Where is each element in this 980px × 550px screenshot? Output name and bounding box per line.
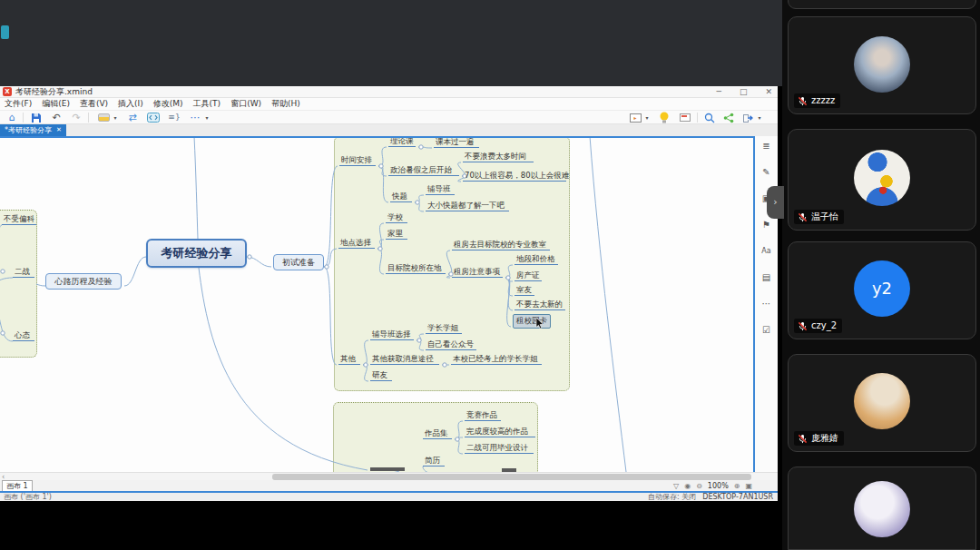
mindmap-node-langfei[interactable]: 不要浪费太多时间 <box>463 152 534 162</box>
mindmap-node-lilunke[interactable]: 理论课 <box>388 136 416 147</box>
participant-tile[interactable]: 庞雅婧 <box>788 354 976 452</box>
export-caret-icon[interactable]: ▾ <box>758 114 760 121</box>
more-caret-icon[interactable]: ▾ <box>205 114 208 121</box>
mindmap-node-chushi[interactable]: 初试准备 <box>273 254 324 270</box>
sheet-tab-bar: 画布 1 ▽ ◉ ⊖ 100% ⊕ ▣ <box>0 480 778 491</box>
fit-window-icon[interactable]: ▣ <box>745 482 752 490</box>
mindmap-node-zuopinji[interactable]: 作品集 <box>423 428 452 439</box>
comment-icon[interactable]: ⋯ <box>755 294 778 314</box>
panel-button[interactable] <box>678 111 692 124</box>
filter-icon[interactable]: ▽ <box>673 482 679 490</box>
mindmap-node-keben[interactable]: 课本过一遍 <box>434 137 479 148</box>
mindmap-node-jingsai[interactable]: 竞赛作品 <box>465 410 501 421</box>
mindmap-connectors <box>0 138 753 472</box>
outline-icon[interactable]: ▤ <box>755 268 778 288</box>
mindmap-node-xuexiao[interactable]: 学校 <box>386 212 407 223</box>
summary-button[interactable] <box>145 111 162 124</box>
mindmap-node-mubiao[interactable]: 目标院校所在地 <box>386 263 446 274</box>
brush-icon[interactable]: ✎ <box>755 162 778 182</box>
mindmap-node-gzh[interactable]: 自己看公众号 <box>426 339 476 350</box>
zoom-percentage: 100% <box>708 482 729 490</box>
mindmap-node-yanyou[interactable]: 研友 <box>370 370 392 381</box>
undo-icon[interactable]: ↶ <box>52 111 60 124</box>
document-tab[interactable]: *考研经验分享 ✕ <box>0 124 66 136</box>
zoom-in-icon[interactable]: ⊕ <box>734 482 740 490</box>
mindmap-node-fangchan[interactable]: 房产证 <box>514 270 542 281</box>
scrollbar-thumb[interactable] <box>272 474 751 480</box>
mindmap-node-jianli[interactable]: 简历 <box>423 456 445 467</box>
horizontal-scrollbar[interactable]: ‹ <box>0 472 778 480</box>
panel-expand-handle[interactable]: › <box>767 186 784 219</box>
mindmap-node-wancheng[interactable]: 完成度较高的作品 <box>465 427 535 437</box>
menu-item-3[interactable]: 插入(I) <box>118 98 143 110</box>
export-button[interactable] <box>740 111 755 124</box>
menu-item-4[interactable]: 修改(M) <box>153 98 183 110</box>
home-icon[interactable]: ⌂ <box>9 111 15 124</box>
present-caret-icon[interactable]: ▾ <box>645 114 648 121</box>
mindmap-node-daxiao[interactable]: 大小快题都了解一下吧 <box>426 201 509 211</box>
mindmap-node-zuka[interactable]: 租校园卡 <box>513 314 551 329</box>
mindmap-node-fudaoxuan[interactable]: 辅导班选择 <box>370 329 414 340</box>
menu-item-5[interactable]: 工具(T) <box>193 98 221 110</box>
window-title: 考研经验分享.xmind <box>15 86 93 98</box>
title-bar: X 考研经验分享.xmind ─ □ ✕ <box>0 86 778 98</box>
participant-tile[interactable] <box>788 467 976 550</box>
mindmap-node-xinlu[interactable]: 心路历程及经验 <box>45 273 122 290</box>
menu-item-1[interactable]: 编辑(E) <box>42 98 70 110</box>
mindmap-node-erzhan[interactable]: 二战 <box>13 267 34 278</box>
mindmap-canvas[interactable]: 考研经验分享心路历程及经验初试准备不受偏科二战心态时间安排理论课课本过一遍政治暑… <box>0 136 755 472</box>
present-button[interactable]: ▸ <box>628 111 642 124</box>
menu-item-6[interactable]: 窗口(W) <box>230 98 261 110</box>
mindmap-node-fenshu[interactable]: 70以上很容易，80以上会很难 <box>463 171 566 182</box>
maximize-button[interactable]: □ <box>740 86 748 98</box>
mindmap-node-xintai[interactable]: 心态 <box>13 330 34 341</box>
mindmap-node-shiyou[interactable]: 室友 <box>514 285 534 296</box>
minimize-button[interactable]: ─ <box>717 86 721 98</box>
participant-tile[interactable]: 温子怡 <box>788 129 976 231</box>
task-icon[interactable]: ☑ <box>755 320 778 340</box>
panel-icon <box>680 113 691 122</box>
mindmap-node-jiali[interactable]: 家里 <box>386 229 407 240</box>
mindmap-node-buxin[interactable]: 不要去太新的 <box>514 300 565 310</box>
save-button[interactable] <box>29 111 44 124</box>
mindmap-node-benxiao[interactable]: 本校已经考上的学长学姐 <box>451 354 542 365</box>
mindmap-node-didian[interactable]: 地点选择 <box>338 238 375 249</box>
close-button[interactable]: ✕ <box>765 86 772 98</box>
share-button[interactable] <box>721 111 736 124</box>
mindmap-node-bupian[interactable]: 不受偏科 <box>2 214 36 225</box>
mindmap-node-xuezhang[interactable]: 学长学姐 <box>426 323 462 334</box>
mindmap-node-shijian[interactable]: 时间安排 <box>339 155 376 166</box>
outline-brace-icon[interactable]: ≡} <box>168 111 180 124</box>
search-button[interactable] <box>702 111 717 124</box>
participant-tile[interactable]: y2 czy_2 <box>788 241 976 339</box>
marker-button[interactable] <box>96 111 111 124</box>
zoom-out-icon[interactable]: ⊖ <box>696 482 702 490</box>
participant-tile[interactable]: zzzzz <box>788 16 976 114</box>
mindmap-node-huoqu[interactable]: 其他获取消息途径 <box>370 354 439 365</box>
mindmap-node-qita[interactable]: 其他 <box>338 354 360 365</box>
menu-item-2[interactable]: 查看(V) <box>80 98 108 110</box>
mindmap-node-bishe[interactable]: 二战可用毕业设计 <box>465 443 534 454</box>
mindmap-node-zufang[interactable]: 租房去目标院校的专业教室 <box>452 240 550 250</box>
mindmap-node-dijia[interactable]: 地段和价格 <box>514 254 558 265</box>
mindmap-node-fudaoban[interactable]: 辅导班 <box>426 184 455 195</box>
marker-caret-icon[interactable]: ▾ <box>113 114 116 121</box>
mindmap-node-kuaiti[interactable]: 快题 <box>390 192 412 202</box>
sheet-tab[interactable]: 画布 1 <box>2 480 33 491</box>
tab-close-icon[interactable]: ✕ <box>56 124 62 136</box>
avatar: y2 <box>854 260 910 317</box>
mindmap-node-root[interactable]: 考研经验分享 <box>146 239 247 268</box>
eye-icon[interactable]: ◉ <box>684 482 691 490</box>
menu-item-0[interactable]: 文件(F) <box>5 98 32 110</box>
more-icon[interactable]: ⋯ <box>191 111 201 124</box>
mindmap-node-zhuyi[interactable]: 租房注意事项 <box>452 267 503 278</box>
relationship-icon[interactable]: ⇄ <box>128 111 136 124</box>
font-icon[interactable]: Aa <box>755 241 778 261</box>
document-tab-label: *考研经验分享 <box>5 124 52 136</box>
menu-item-7[interactable]: 帮助(H) <box>271 98 300 110</box>
redo-icon[interactable]: ↷ <box>72 111 80 124</box>
structure-icon[interactable]: ≣ <box>755 136 778 156</box>
idea-button[interactable] <box>657 111 671 124</box>
autosave-status: 自动保存: 关闭 <box>648 493 696 501</box>
mindmap-node-zhengzhi[interactable]: 政治暑假之后开始 <box>388 165 459 176</box>
